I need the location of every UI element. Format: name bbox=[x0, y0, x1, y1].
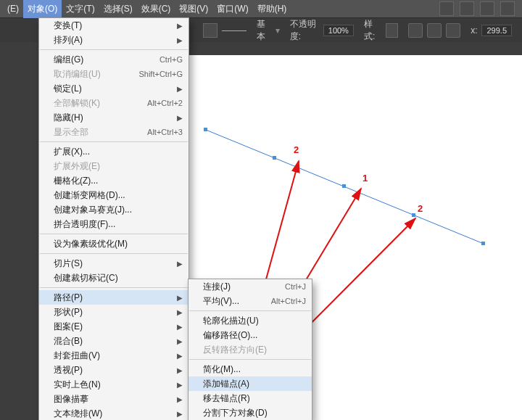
menubar-item[interactable]: 视图(V) bbox=[175, 0, 212, 18]
submenu-arrow-icon: ▶ bbox=[177, 294, 183, 302]
opacity-value[interactable]: 100% bbox=[323, 25, 354, 36]
menubar-item-object[interactable]: 对象(O) bbox=[23, 0, 62, 18]
menu-item-label: 路径(P) bbox=[54, 292, 173, 304]
submenu-arrow-icon: ▶ bbox=[177, 337, 183, 345]
menu-item[interactable]: 排列(A)▶ bbox=[39, 33, 188, 47]
submenu-arrow-icon: ▶ bbox=[177, 22, 183, 30]
menu-shortcut: Ctrl+J bbox=[285, 282, 306, 291]
panel-icon[interactable] bbox=[460, 1, 474, 16]
menu-item[interactable]: 隐藏(H)▶ bbox=[39, 110, 188, 125]
menu-item-label: 添加锚点(A) bbox=[203, 378, 306, 390]
menu-item[interactable]: 轮廓化描边(U) bbox=[188, 313, 312, 328]
menu-item[interactable]: 文本绕排(W)▶ bbox=[39, 406, 188, 420]
toolbox[interactable] bbox=[0, 42, 41, 420]
style-label: 样式: bbox=[364, 18, 381, 43]
menu-item[interactable]: 图案(E)▶ bbox=[39, 319, 188, 334]
submenu-arrow-icon: ▶ bbox=[177, 260, 183, 268]
menubar-item[interactable]: 帮助(H) bbox=[253, 0, 291, 18]
menu-item[interactable]: 创建渐变网格(D)... bbox=[39, 188, 188, 202]
menu-item-label: 形状(P) bbox=[54, 306, 173, 318]
menu-separator bbox=[40, 287, 188, 288]
stroke-basic-label: 基本 bbox=[257, 18, 271, 43]
menubar-item[interactable]: 效果(C) bbox=[137, 0, 175, 18]
menu-item: 全部解锁(K)Alt+Ctrl+2 bbox=[39, 96, 188, 110]
menu-item[interactable]: 移去锚点(R) bbox=[188, 391, 312, 405]
menu-item-label: 创建对象马赛克(J)... bbox=[54, 204, 183, 216]
menu-shortcut: Alt+Ctrl+J bbox=[271, 297, 306, 305]
menu-separator bbox=[40, 141, 188, 142]
menu-item[interactable]: 偏移路径(O)... bbox=[188, 328, 312, 342]
path-submenu: 连接(J)Ctrl+J平均(V)...Alt+Ctrl+J轮廓化描边(U)偏移路… bbox=[188, 279, 312, 420]
stroke-preview bbox=[222, 30, 246, 31]
menu-item[interactable]: 分割下方对象(D) bbox=[188, 405, 312, 420]
panel-icon[interactable] bbox=[439, 1, 454, 16]
menu-item[interactable]: 实时上色(N)▶ bbox=[39, 377, 188, 392]
menu-item[interactable]: 切片(S)▶ bbox=[39, 256, 188, 271]
menu-item-label: 混合(B) bbox=[54, 335, 173, 347]
panel-icon[interactable] bbox=[480, 1, 494, 16]
submenu-arrow-icon: ▶ bbox=[177, 366, 183, 374]
menu-separator bbox=[189, 359, 311, 360]
menu-item-label: 透视(P) bbox=[54, 364, 173, 376]
menu-item[interactable]: 平均(V)...Alt+Ctrl+J bbox=[188, 294, 312, 308]
menu-item-label: 编组(G) bbox=[54, 54, 154, 66]
menu-separator bbox=[40, 49, 188, 50]
menu-item[interactable]: 封套扭曲(V)▶ bbox=[39, 348, 188, 363]
menu-item[interactable]: 扩展(X)... bbox=[39, 144, 188, 159]
menu-item: 显示全部Alt+Ctrl+3 bbox=[39, 125, 188, 139]
submenu-arrow-icon: ▶ bbox=[177, 114, 183, 122]
menu-shortcut: Shift+Ctrl+G bbox=[138, 70, 183, 78]
style-swatch[interactable] bbox=[386, 23, 399, 38]
menu-item[interactable]: 设为像素级优化(M) bbox=[39, 236, 188, 251]
menu-shortcut: Ctrl+G bbox=[160, 55, 183, 64]
menu-item[interactable]: 简化(M)... bbox=[188, 362, 312, 376]
menu-item-label: 切片(S) bbox=[54, 258, 173, 270]
menu-item[interactable]: 变换(T)▶ bbox=[39, 18, 188, 33]
menu-item-label: 轮廓化描边(U) bbox=[203, 315, 306, 327]
menu-item-label: 分割下方对象(D) bbox=[203, 407, 306, 419]
fill-swatch[interactable] bbox=[203, 23, 218, 38]
shape-icon[interactable] bbox=[446, 23, 460, 38]
menu-shortcut: Alt+Ctrl+3 bbox=[147, 128, 183, 136]
transform-icon[interactable] bbox=[427, 23, 442, 38]
menu-item[interactable]: 路径(P)▶ bbox=[39, 290, 188, 305]
menu-item[interactable]: 形状(P)▶ bbox=[39, 305, 188, 319]
menu-item-label: 移去锚点(R) bbox=[203, 392, 306, 405]
menu-item: 扩展外观(E) bbox=[39, 159, 188, 173]
menu-item-label: 全部解锁(K) bbox=[54, 97, 141, 110]
menu-item[interactable]: 混合(B)▶ bbox=[39, 334, 188, 348]
menu-item[interactable]: 拼合透明度(F)... bbox=[39, 217, 188, 231]
menu-item[interactable]: 创建对象马赛克(J)... bbox=[39, 202, 188, 217]
menu-item-label: 锁定(L) bbox=[54, 83, 173, 95]
submenu-arrow-icon: ▶ bbox=[177, 381, 183, 389]
submenu-arrow-icon: ▶ bbox=[177, 410, 183, 418]
menu-item-label: 拼合透明度(F)... bbox=[54, 218, 183, 231]
menu-item-label: 扩展(X)... bbox=[54, 146, 183, 158]
menu-item[interactable]: 添加锚点(A) bbox=[188, 376, 312, 391]
menubar: (E) 对象(O) 文字(T) 选择(S) 效果(C) 视图(V) 窗口(W) … bbox=[0, 0, 522, 17]
menu-item-label: 创建裁切标记(C) bbox=[54, 272, 183, 284]
menu-item-label: 文本绕排(W) bbox=[54, 408, 173, 420]
menu-item[interactable]: 透视(P)▶ bbox=[39, 363, 188, 377]
menu-separator bbox=[40, 234, 188, 234]
menu-item-label: 反转路径方向(E) bbox=[203, 344, 306, 356]
menu-item[interactable]: 连接(J)Ctrl+J bbox=[188, 279, 312, 294]
menu-item-label: 平均(V)... bbox=[203, 295, 265, 308]
menu-item-label: 变换(T) bbox=[54, 20, 173, 32]
menu-item-label: 排列(A) bbox=[54, 34, 173, 46]
menu-item: 反转路径方向(E) bbox=[188, 342, 312, 357]
menu-item[interactable]: 锁定(L)▶ bbox=[39, 81, 188, 96]
menubar-item[interactable]: 窗口(W) bbox=[212, 0, 252, 18]
menu-item[interactable]: 创建裁切标记(C) bbox=[39, 271, 188, 285]
align-icon[interactable] bbox=[408, 23, 423, 38]
menu-item[interactable]: 图像描摹▶ bbox=[39, 392, 188, 406]
menu-item-label: 扩展外观(E) bbox=[54, 160, 183, 173]
menu-item[interactable]: 栅格化(Z)... bbox=[39, 173, 188, 188]
coord-x-label: x: bbox=[471, 25, 477, 36]
panel-icon[interactable] bbox=[500, 1, 515, 16]
menubar-item[interactable]: 文字(T) bbox=[62, 0, 99, 18]
coord-x-value[interactable]: 299.5 bbox=[481, 25, 512, 36]
menubar-item[interactable]: (E) bbox=[3, 1, 23, 17]
menu-item[interactable]: 编组(G)Ctrl+G bbox=[39, 52, 188, 67]
menubar-item[interactable]: 选择(S) bbox=[99, 0, 137, 18]
